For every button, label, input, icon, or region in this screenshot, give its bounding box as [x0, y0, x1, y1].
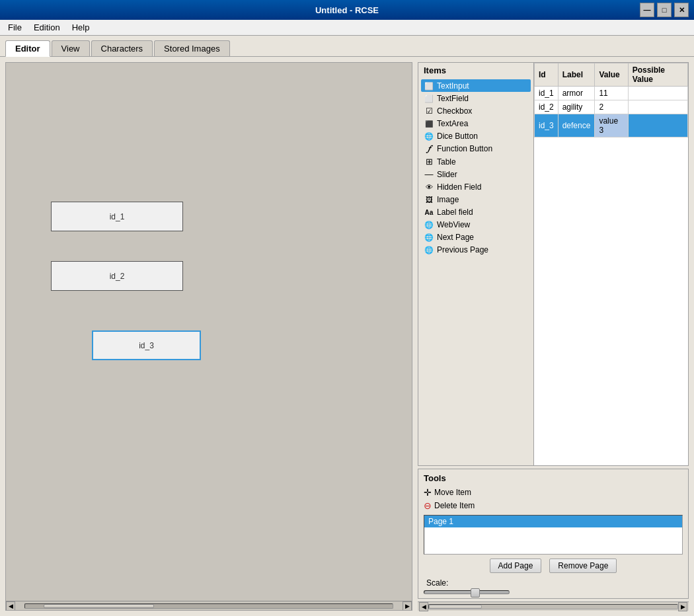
tab-characters[interactable]: Characters [91, 40, 153, 56]
col-possible: Possible Value [628, 63, 687, 87]
table-icon [424, 157, 434, 167]
canvas-hscroll-thumb[interactable] [44, 604, 154, 608]
cell-id1: id_1 [535, 87, 559, 100]
cell-label1: armor [558, 87, 595, 100]
table-row-selected[interactable]: id_3 defence value 3 [535, 114, 688, 137]
cell-possible2 [628, 100, 687, 114]
checkbox-icon [424, 106, 434, 116]
canvas-area[interactable]: id_1 id_2 id_3 ◀ ▶ [5, 62, 412, 611]
item-fx-label: Function Button [437, 144, 492, 153]
item-slider-label: Slider [437, 170, 457, 179]
page-item-1[interactable]: Page 1 [424, 516, 682, 527]
canvas-widget-id2-label: id_2 [110, 272, 125, 281]
item-hidden-field[interactable]: Hidden Field [421, 180, 531, 193]
scale-slider[interactable] [424, 590, 510, 594]
canvas-scrollbar: ◀ ▶ [6, 601, 412, 610]
add-page-button[interactable]: Add Page [490, 558, 542, 573]
dice-icon [424, 131, 434, 141]
bottom-scroll-thumb[interactable] [429, 605, 482, 609]
canvas-widget-id1-label: id_1 [110, 212, 125, 221]
canvas-hscroll-track[interactable] [24, 603, 393, 609]
scale-slider-thumb[interactable] [471, 588, 480, 597]
item-prevpage-label: Previous Page [437, 245, 488, 254]
data-table: Id Label Value Possible Value id_1 armor… [534, 63, 688, 137]
canvas-widget-id2[interactable]: id_2 [51, 261, 183, 291]
cell-id2: id_2 [535, 100, 559, 114]
item-label-field[interactable]: Label field [421, 206, 531, 218]
item-webview[interactable]: WebView [421, 218, 531, 231]
item-previous-page[interactable]: Previous Page [421, 243, 531, 256]
cell-value2: 2 [595, 100, 628, 114]
item-textfield[interactable]: TextField [421, 92, 531, 104]
slider-icon [424, 169, 434, 179]
menu-help[interactable]: Help [67, 21, 95, 34]
menu-edition[interactable]: Edition [28, 21, 65, 34]
tab-bar: Editor View Characters Stored Images [0, 36, 694, 57]
textfield-icon [424, 93, 434, 103]
cell-value3[interactable]: value 3 [595, 114, 628, 137]
item-label-label: Label field [437, 208, 473, 217]
cell-possible1 [628, 87, 687, 100]
item-textinput-label: TextInput [437, 81, 469, 91]
close-button[interactable]: ✕ [674, 3, 689, 17]
item-function-button[interactable]: Function Button [421, 142, 531, 155]
scroll-left-arrow[interactable]: ◀ [6, 601, 15, 611]
scale-label: Scale: [426, 578, 448, 588]
item-textarea[interactable]: TextArea [421, 117, 531, 130]
menu-bar: File Edition Help [0, 20, 694, 36]
delete-icon [424, 500, 432, 511]
scroll-bottom-left[interactable]: ◀ [419, 602, 428, 611]
minimize-button[interactable]: — [640, 3, 654, 17]
canvas-inner: id_1 id_2 id_3 [6, 63, 412, 610]
item-image[interactable]: Image [421, 193, 531, 206]
tab-stored-images[interactable]: Stored Images [154, 40, 230, 56]
cell-id3: id_3 [535, 114, 559, 137]
tool-move-item[interactable]: Move Item [421, 486, 685, 499]
data-table-container: Id Label Value Possible Value id_1 armor… [534, 63, 688, 465]
canvas-widget-id3-label: id_3 [139, 341, 154, 350]
title-bar: Untitled - RCSE — □ ✕ [0, 0, 694, 20]
tools-title: Tools [421, 472, 685, 486]
menu-file[interactable]: File [3, 21, 27, 34]
cell-label2: agility [558, 100, 595, 114]
item-checkbox-label: Checkbox [437, 106, 472, 116]
main-container: id_1 id_2 id_3 ◀ ▶ Items [0, 57, 694, 616]
tab-editor[interactable]: Editor [5, 40, 50, 57]
move-icon [424, 487, 432, 498]
item-table[interactable]: Table [421, 155, 531, 168]
table-row[interactable]: id_1 armor 11 [535, 87, 688, 100]
cell-label3: defence [558, 114, 595, 137]
window-title: Untitled - RCSE [315, 5, 379, 15]
item-webview-label: WebView [437, 220, 470, 229]
item-dice-button[interactable]: Dice Button [421, 130, 531, 142]
tool-delete-item[interactable]: Delete Item [421, 499, 685, 512]
slider-container[interactable] [421, 589, 685, 596]
cell-possible3 [628, 114, 687, 137]
tab-view[interactable]: View [52, 40, 90, 56]
bottom-scrollbar: ◀ ▶ [418, 601, 689, 611]
textinput-icon [424, 81, 434, 91]
image-icon [424, 194, 434, 204]
scroll-right-arrow[interactable]: ▶ [403, 601, 412, 611]
tool-move-label: Move Item [434, 488, 471, 497]
remove-page-button[interactable]: Remove Page [549, 558, 617, 573]
item-textinput[interactable]: TextInput [421, 79, 531, 92]
items-panel: Items TextInput TextField Checkbox [418, 63, 534, 465]
bottom-scroll-track[interactable] [428, 604, 678, 609]
canvas-widget-id1[interactable]: id_1 [51, 202, 183, 231]
item-textarea-label: TextArea [437, 119, 468, 128]
scroll-bottom-right[interactable]: ▶ [678, 602, 687, 611]
item-image-label: Image [437, 195, 459, 204]
prevpage-icon [424, 245, 434, 254]
item-checkbox[interactable]: Checkbox [421, 104, 531, 117]
item-dice-label: Dice Button [437, 132, 478, 141]
item-slider[interactable]: Slider [421, 168, 531, 180]
table-row[interactable]: id_2 agility 2 [535, 100, 688, 114]
canvas-widget-id3[interactable]: id_3 [92, 330, 201, 360]
maximize-button[interactable]: □ [657, 3, 672, 17]
fx-icon [424, 143, 434, 154]
item-textfield-label: TextField [437, 94, 469, 103]
tools-panel: Tools Move Item Delete Item Page 1 Add P… [418, 469, 689, 599]
pages-list[interactable]: Page 1 [424, 515, 683, 555]
item-next-page[interactable]: Next Page [421, 231, 531, 243]
